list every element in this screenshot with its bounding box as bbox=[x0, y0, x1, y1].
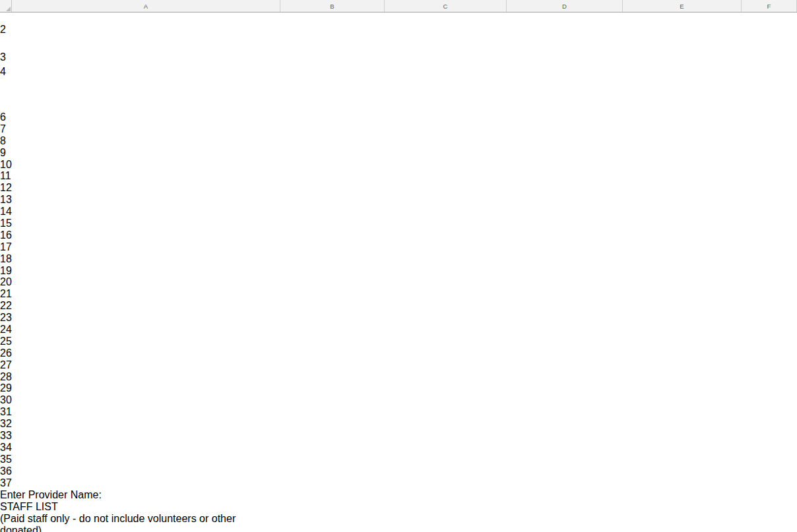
column-header-A[interactable]: A bbox=[12, 0, 280, 12]
row-header-24[interactable]: 24 bbox=[0, 324, 797, 336]
row-header-2[interactable]: 2 bbox=[0, 24, 797, 51]
row-header-23[interactable]: 23 bbox=[0, 312, 797, 324]
row-header-11[interactable]: 11 bbox=[0, 170, 797, 182]
row-header-26[interactable]: 26 bbox=[0, 347, 797, 359]
header-staff-list[interactable]: STAFF LIST (Paid staff only - do not inc… bbox=[0, 501, 269, 532]
row-header-20[interactable]: 20 bbox=[0, 276, 797, 288]
row-header-8[interactable]: 8 bbox=[0, 135, 797, 147]
row-header-31[interactable]: 31 bbox=[0, 406, 797, 418]
table-header-row: STAFF LIST (Paid staff only - do not inc… bbox=[0, 501, 797, 532]
header-subtitle: (Paid staff only - do not include volunt… bbox=[0, 513, 269, 532]
row-header-7[interactable]: 7 bbox=[0, 123, 797, 135]
row-header-33[interactable]: 33 bbox=[0, 430, 797, 442]
column-header-C[interactable]: C bbox=[385, 0, 507, 12]
row-header-4[interactable]: 4 bbox=[0, 66, 797, 111]
row-header-28[interactable]: 28 bbox=[0, 371, 797, 383]
column-header-strip: ABCDEF bbox=[0, 0, 797, 13]
row-header-10[interactable]: 10 bbox=[0, 159, 797, 171]
row-header-32[interactable]: 32 bbox=[0, 418, 797, 430]
row-header-18[interactable]: 18 bbox=[0, 253, 797, 265]
column-letters: ABCDEF bbox=[12, 0, 797, 12]
row-header-36[interactable]: 36 bbox=[0, 465, 797, 477]
spreadsheet-app: ABCDEF 123467891011121314151617181920212… bbox=[0, 0, 797, 532]
row-header-22[interactable]: 22 bbox=[0, 300, 797, 312]
row-header-6[interactable]: 6 bbox=[0, 111, 797, 123]
row-header-30[interactable]: 30 bbox=[0, 394, 797, 406]
row-header-37[interactable]: 37 bbox=[0, 477, 797, 489]
row-header-17[interactable]: 17 bbox=[0, 241, 797, 253]
column-header-B[interactable]: B bbox=[280, 0, 385, 12]
row-header-16[interactable]: 16 bbox=[0, 229, 797, 241]
row-header-21[interactable]: 21 bbox=[0, 288, 797, 300]
row-header-29[interactable]: 29 bbox=[0, 382, 797, 394]
select-all-corner[interactable] bbox=[0, 0, 12, 12]
row-header-34[interactable]: 34 bbox=[0, 442, 797, 454]
row-header-15[interactable]: 15 bbox=[0, 218, 797, 229]
row-header-19[interactable]: 19 bbox=[0, 265, 797, 277]
row-header-9[interactable]: 9 bbox=[0, 147, 797, 159]
row-header-3[interactable]: 3 bbox=[0, 51, 797, 66]
row-header-14[interactable]: 14 bbox=[0, 206, 797, 218]
row-1: Enter Provider Name: bbox=[0, 489, 797, 501]
row-header-35[interactable]: 35 bbox=[0, 454, 797, 465]
row-header-27[interactable]: 27 bbox=[0, 359, 797, 371]
row-header-12[interactable]: 12 bbox=[0, 182, 797, 194]
column-header-E[interactable]: E bbox=[623, 0, 742, 12]
column-header-F[interactable]: F bbox=[742, 0, 797, 12]
column-header-D[interactable]: D bbox=[507, 0, 623, 12]
row-header-25[interactable]: 25 bbox=[0, 336, 797, 347]
header-title: STAFF LIST bbox=[0, 501, 269, 513]
row-header-strip: 1234678910111213141516171819202122232425… bbox=[0, 0, 797, 489]
provider-name-label: Enter Provider Name: bbox=[0, 489, 102, 500]
cell-a1-provider-name[interactable]: Enter Provider Name: bbox=[0, 489, 269, 501]
row-header-13[interactable]: 13 bbox=[0, 194, 797, 206]
